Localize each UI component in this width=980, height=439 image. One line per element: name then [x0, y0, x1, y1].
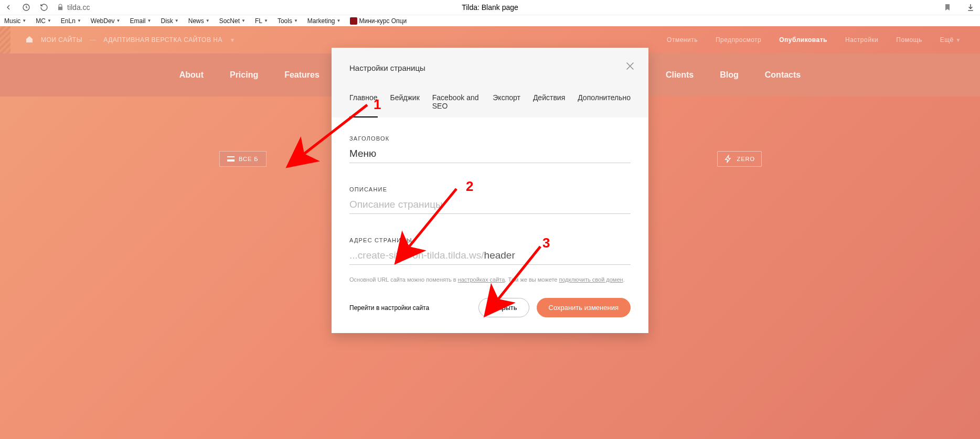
yandex-icon[interactable]: [22, 3, 30, 12]
url-label: АДРЕС СТРАНИЦЫ: [349, 237, 631, 243]
modal-overlay: Настройки страницы Главное Бейджик Faceb…: [0, 26, 980, 439]
tab-export[interactable]: Экспорт: [493, 93, 520, 117]
close-button[interactable]: [624, 60, 636, 74]
reload-icon[interactable]: [40, 3, 48, 12]
close-modal-button[interactable]: Закрыть: [478, 298, 529, 317]
url-prefix: ...create-sites-on-tilda.tilda.ws/: [349, 250, 484, 261]
back-icon[interactable]: [4, 3, 13, 12]
bookmark-folder[interactable]: Marketing ▼: [307, 17, 341, 25]
close-icon: [624, 60, 636, 72]
content-area: МОИ САЙТЫ — АДАПТИВНАЯ ВЕРСТКА САЙТОВ НА…: [0, 26, 980, 439]
bookmark-folder[interactable]: Disk ▼: [161, 17, 178, 25]
bookmark-folder[interactable]: SocNet ▼: [219, 17, 246, 25]
title-input[interactable]: [349, 146, 631, 163]
download-icon[interactable]: [966, 3, 975, 12]
bookmark-bar: Music ▼ MC ▼ EnLn ▼ WebDev ▼ Email ▼ Dis…: [0, 15, 980, 26]
bookmark-link[interactable]: Мини-курс Опци: [350, 17, 407, 25]
save-button[interactable]: Сохранить изменения: [537, 298, 631, 317]
domain-link-inline[interactable]: подключить свой домен: [559, 276, 623, 283]
bookmark-folder[interactable]: EnLn ▼: [61, 17, 81, 25]
title-label: ЗАГОЛОВОК: [349, 135, 631, 142]
bookmark-folder[interactable]: WebDev ▼: [91, 17, 121, 25]
browser-chrome: tilda.cc Tilda: Blank page: [0, 0, 980, 15]
page-settings-modal: Настройки страницы Главное Бейджик Faceb…: [332, 48, 648, 333]
bookmark-folder[interactable]: Music ▼: [4, 17, 26, 25]
description-label: ОПИСАНИЕ: [349, 186, 631, 192]
annotation-2: 2: [466, 178, 473, 195]
settings-link-inline[interactable]: настройках сайта: [458, 276, 505, 283]
url-text: tilda.cc: [67, 3, 90, 12]
description-input[interactable]: [349, 197, 631, 214]
url-hint: Основной URL сайта можно поменять в наст…: [349, 276, 631, 283]
bookmark-folder[interactable]: FL ▼: [255, 17, 268, 25]
bookmark-icon[interactable]: [943, 3, 952, 12]
address-bar[interactable]: tilda.cc: [57, 3, 90, 12]
annotation-1: 1: [374, 97, 381, 113]
tab-actions[interactable]: Действия: [533, 93, 565, 117]
url-input[interactable]: [484, 248, 631, 264]
bookmark-folder[interactable]: Tools ▼: [278, 17, 298, 25]
bookmark-folder[interactable]: News ▼: [188, 17, 210, 25]
tab-advanced[interactable]: Дополнительно: [578, 93, 631, 117]
favicon-icon: [350, 17, 357, 25]
bookmark-folder[interactable]: MC ▼: [36, 17, 51, 25]
modal-tabs: Главное Бейджик Facebook and SEO Экспорт…: [349, 93, 631, 117]
page-title: Tilda: Blank page: [462, 3, 518, 12]
bookmark-folder[interactable]: Email ▼: [130, 17, 152, 25]
annotation-3: 3: [542, 235, 550, 251]
go-to-site-settings-link[interactable]: Перейти в настройки сайта: [349, 304, 429, 312]
tab-badge[interactable]: Бейджик: [390, 93, 420, 117]
lock-icon: [57, 4, 64, 11]
tab-seo[interactable]: Facebook and SEO: [432, 93, 481, 117]
modal-title: Настройки страницы: [349, 63, 631, 72]
